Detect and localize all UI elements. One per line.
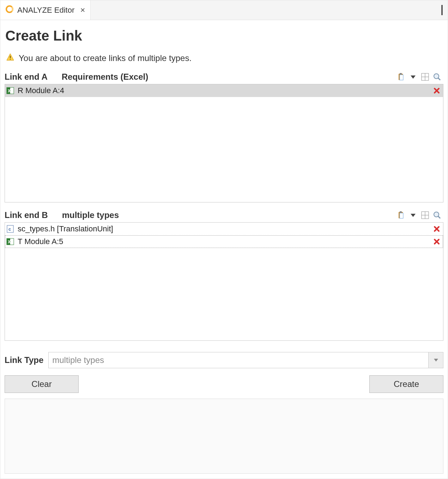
- link-end-b-label: Link end B: [5, 210, 48, 220]
- editor-tab[interactable]: ANALYZE Editor ✕: [0, 0, 91, 20]
- svg-rect-6: [400, 73, 402, 74]
- list-item[interactable]: XR Module A:4: [5, 84, 443, 97]
- svg-text:X: X: [8, 240, 11, 244]
- svg-rect-16: [400, 213, 403, 218]
- paste-dropdown-icon[interactable]: [408, 72, 418, 82]
- close-icon[interactable]: ✕: [80, 6, 85, 14]
- list-item-label: R Module A:4: [18, 86, 430, 95]
- svg-line-11: [438, 78, 440, 80]
- paste-icon[interactable]: [396, 210, 406, 220]
- titlebar: ANALYZE Editor ✕: [0, 0, 448, 20]
- search-icon[interactable]: [432, 72, 442, 82]
- list-item-label: sc_types.h [TranslationUnit]: [18, 224, 430, 234]
- list-item-label: T Module A:5: [18, 237, 430, 246]
- paste-dropdown-icon[interactable]: [408, 210, 418, 220]
- warning-message: You are about to create links of multipl…: [6, 53, 442, 63]
- section-a-header: Link end A Requirements (Excel): [5, 72, 443, 82]
- link-type-label: Link Type: [5, 355, 43, 365]
- delete-icon[interactable]: [432, 225, 441, 233]
- grid-icon[interactable]: [420, 210, 430, 220]
- page-title: Create Link: [5, 28, 443, 44]
- search-icon[interactable]: [432, 210, 442, 220]
- warning-icon: [6, 53, 14, 63]
- analyze-ring-icon: [5, 5, 14, 16]
- svg-rect-5: [400, 75, 403, 80]
- grid-icon[interactable]: [420, 72, 430, 82]
- button-row: Clear Create: [5, 375, 443, 393]
- excel-icon: X: [6, 86, 15, 95]
- paste-icon[interactable]: [396, 72, 406, 82]
- excel-icon: X: [6, 237, 15, 246]
- delete-icon[interactable]: [432, 237, 441, 246]
- svg-rect-2: [10, 56, 11, 58]
- create-button[interactable]: Create: [369, 375, 443, 393]
- link-end-a-list[interactable]: XR Module A:4: [5, 84, 443, 202]
- delete-icon[interactable]: [432, 86, 441, 95]
- svg-text:c: c: [8, 226, 11, 232]
- content-area: Create Link You are about to create link…: [0, 20, 448, 479]
- window-controls: [438, 0, 448, 20]
- link-end-b-type: multiple types: [62, 210, 119, 220]
- c-file-icon: c: [6, 224, 15, 234]
- chevron-down-icon[interactable]: [428, 352, 443, 368]
- clear-button[interactable]: Clear: [5, 375, 79, 393]
- list-item[interactable]: csc_types.h [TranslationUnit]: [5, 223, 443, 235]
- svg-point-10: [434, 74, 439, 79]
- link-type-select[interactable]: multiple types: [48, 352, 443, 368]
- tab-title: ANALYZE Editor: [17, 6, 74, 15]
- svg-point-21: [434, 212, 439, 217]
- svg-rect-3: [10, 59, 11, 60]
- svg-rect-17: [400, 211, 402, 213]
- link-end-a-label: Link end A: [5, 72, 48, 82]
- lower-grid-area: [5, 399, 443, 474]
- svg-text:X: X: [8, 89, 11, 93]
- link-type-row: Link Type multiple types: [5, 352, 443, 368]
- section-b-header: Link end B multiple types: [5, 210, 443, 220]
- warning-text: You are about to create links of multipl…: [19, 53, 192, 63]
- link-type-value: multiple types: [49, 355, 428, 365]
- link-end-a-type: Requirements (Excel): [62, 72, 148, 82]
- link-end-b-list[interactable]: csc_types.h [TranslationUnit]XT Module A…: [5, 222, 443, 341]
- maximize-icon[interactable]: [441, 6, 443, 15]
- list-item[interactable]: XT Module A:5: [5, 235, 443, 248]
- svg-line-22: [438, 216, 440, 218]
